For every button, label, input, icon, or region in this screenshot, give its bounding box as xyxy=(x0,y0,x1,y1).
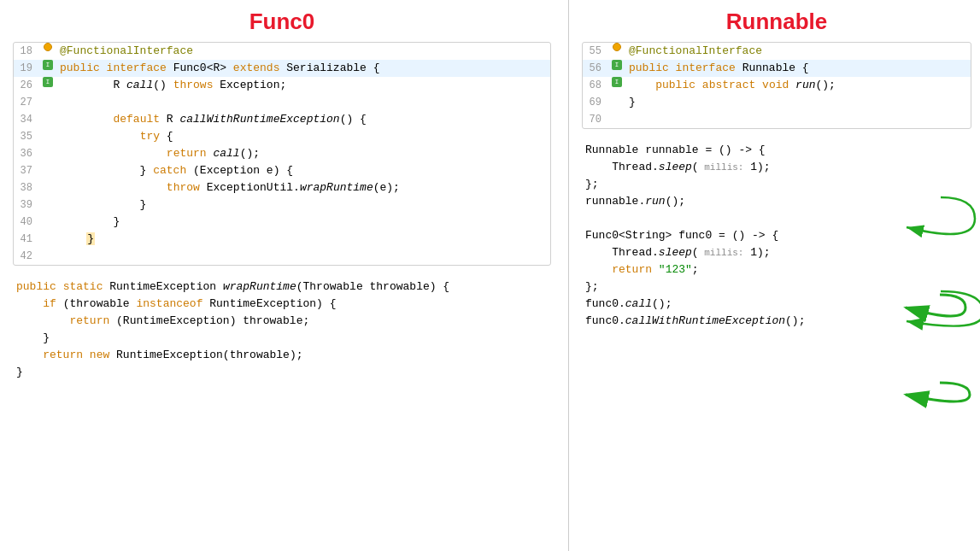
usage-content-6: Func0<String> func0 = () -> { xyxy=(582,227,971,244)
line-num-36: 36 xyxy=(14,145,39,162)
method-call: call xyxy=(126,79,153,91)
r-num-55: 55 xyxy=(583,43,608,60)
r-method-run: run xyxy=(795,79,815,91)
code-line-42: 42 xyxy=(14,248,550,265)
code-line-36: 36 return call(); xyxy=(14,145,550,162)
method-wr: wrapRuntime xyxy=(300,181,373,194)
line-num-41: 41 xyxy=(14,231,39,248)
util-line-5: return new RuntimeException(throwable); xyxy=(13,347,551,364)
r-line-55: 55 @FunctionalInterface xyxy=(583,43,971,60)
type-func0: Func0<R> xyxy=(173,62,233,74)
method-cwre: callWithRuntimeException xyxy=(179,113,339,126)
code-line-40: 40 } xyxy=(14,214,550,231)
util-content-3: return (RuntimeException) throwable; xyxy=(13,313,551,330)
right-panel: Runnable 55 @FunctionalInterface 56 I pu… xyxy=(573,0,980,551)
code-line-27: 27 xyxy=(14,94,550,111)
left-util-code: public static RuntimeException wrapRunti… xyxy=(13,278,551,381)
r-icon-55 xyxy=(608,43,625,51)
line-num-27: 27 xyxy=(14,94,39,111)
r-impl-icon-68: I xyxy=(612,77,622,87)
kw-new: new xyxy=(90,349,109,361)
r-kw-void: void xyxy=(762,79,789,91)
line-num-38: 38 xyxy=(14,179,39,196)
code-line-35: 35 try { xyxy=(14,128,550,145)
bracket-close: } xyxy=(86,232,95,245)
r-icon-56: I xyxy=(608,60,625,70)
r-annotation: @FunctionalInterface xyxy=(629,44,762,57)
usage-line-7: Thread.sleep( millis: 1); xyxy=(582,244,971,261)
kw-catch: catch xyxy=(153,164,186,177)
kw-return3: return xyxy=(43,349,83,361)
kw-interface: interface xyxy=(107,62,173,74)
method-call3: call xyxy=(625,297,652,310)
usage-line-1: Runnable runnable = () -> { xyxy=(582,142,971,159)
impl-icon: I xyxy=(43,60,53,70)
line-num-42: 42 xyxy=(14,248,39,265)
line-num-19: 19 xyxy=(14,60,39,77)
code-line-19: 19 I public interface Func0<R> extends S… xyxy=(14,60,550,77)
usage-line-6: Func0<String> func0 = () -> { xyxy=(582,227,971,244)
line-content-37: } catch (Exception e) { xyxy=(56,162,550,179)
r-content-55: @FunctionalInterface xyxy=(625,43,971,60)
left-panel: Func0 18 @FunctionalInterface 19 I publi… xyxy=(0,0,564,551)
line-num-39: 39 xyxy=(14,196,39,214)
usage-line-10: func0.call(); xyxy=(582,296,971,313)
orange-circle-icon xyxy=(44,43,52,51)
usage-content-10: func0.call(); xyxy=(582,296,971,313)
kw-public2: public xyxy=(16,280,56,293)
r-num-56: 56 xyxy=(583,60,608,77)
usage-line-8: return "123"; xyxy=(582,261,971,278)
usage-content-3: }; xyxy=(582,176,971,193)
method-call2: call xyxy=(213,147,239,160)
kw-throw: throw xyxy=(167,181,200,194)
usage-line-3: }; xyxy=(582,176,971,193)
line-icon-19: I xyxy=(39,60,56,70)
line-num-35: 35 xyxy=(14,128,39,145)
left-interface-code: 18 @FunctionalInterface 19 I public inte… xyxy=(13,42,551,266)
util-content-4: } xyxy=(13,330,551,347)
right-interface-code: 55 @FunctionalInterface 56 I public inte… xyxy=(582,42,971,129)
line-num-26: 26 xyxy=(14,77,39,94)
panel-divider xyxy=(568,0,569,551)
code-line-39: 39 } xyxy=(14,196,550,214)
string-123: "123" xyxy=(659,263,692,276)
util-content-2: if (throwable instanceof RuntimeExceptio… xyxy=(13,296,551,313)
right-usage-code: Runnable runnable = () -> { Thread.sleep… xyxy=(582,142,971,330)
r-num-70: 70 xyxy=(583,111,608,128)
kw-return: return xyxy=(167,147,207,160)
util-line-4: } xyxy=(13,330,551,347)
r-line-56: 56 I public interface Runnable { xyxy=(583,60,971,77)
usage-content-7: Thread.sleep( millis: 1); xyxy=(582,244,971,261)
line-content-27 xyxy=(56,94,550,111)
r-line-70: 70 xyxy=(583,111,971,128)
line-icon-18 xyxy=(39,43,56,51)
annotation-text: @FunctionalInterface xyxy=(60,44,193,57)
usage-content-2: Thread.sleep( millis: 1); xyxy=(582,159,971,176)
code-line-38: 38 throw ExceptionUtil.wrapRuntime(e); xyxy=(14,179,550,196)
kw-extends: extends xyxy=(233,62,286,74)
line-content-35: try { xyxy=(56,128,550,145)
usage-line-2: Thread.sleep( millis: 1); xyxy=(582,159,971,176)
util-content-1: public static RuntimeException wrapRunti… xyxy=(13,278,551,296)
r-kw-interface: interface xyxy=(676,62,742,74)
kw-return-u: return xyxy=(612,263,652,276)
param-millis2: millis: xyxy=(699,248,744,258)
usage-line-11: func0.callWithRuntimeException(); xyxy=(582,313,971,330)
code-line-41: 41 } xyxy=(14,231,550,248)
kw-if: if xyxy=(43,297,56,310)
line-content-40: } xyxy=(56,214,550,231)
impl-icon-26: I xyxy=(43,77,53,87)
kw-instanceof: instanceof xyxy=(136,297,202,310)
line-content-36: return call(); xyxy=(56,145,550,162)
line-content-19: public interface Func0<R> extends Serial… xyxy=(56,60,550,77)
r-content-56: public interface Runnable { xyxy=(625,60,971,77)
util-content-6: } xyxy=(13,364,551,381)
r-type-runnable: Runnable { xyxy=(742,62,809,74)
code-line-26: 26 I R call() throws Exception; xyxy=(14,77,550,94)
util-line-1: public static RuntimeException wrapRunti… xyxy=(13,278,551,296)
usage-content-9: }; xyxy=(582,278,971,296)
line-content-18: @FunctionalInterface xyxy=(56,43,550,60)
util-line-6: } xyxy=(13,364,551,381)
usage-content-5 xyxy=(582,210,971,227)
usage-content-11: func0.callWithRuntimeException(); xyxy=(582,313,971,330)
